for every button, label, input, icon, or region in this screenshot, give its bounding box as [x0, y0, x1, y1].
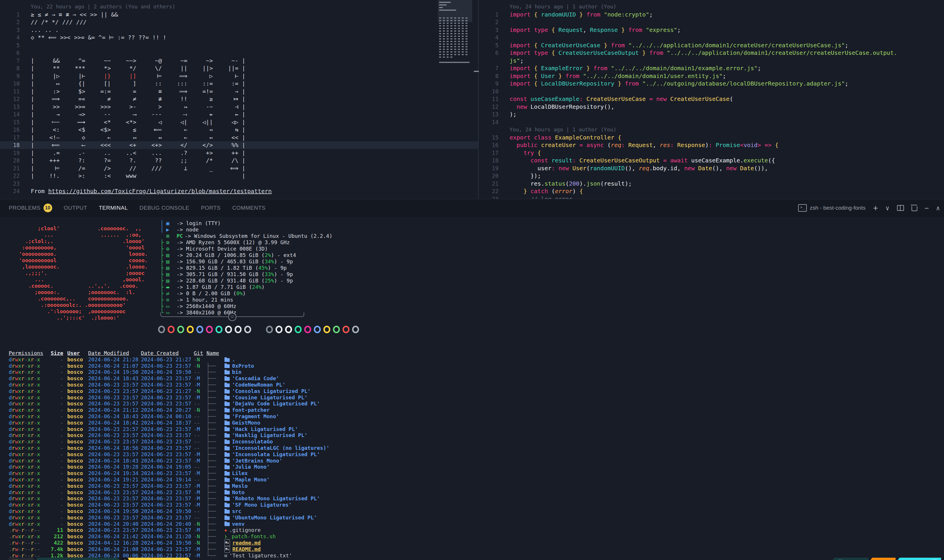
gpu-icon: ⚙ — [165, 246, 177, 252]
git-blame-annotation: You, 22 hours ago | 2 authors (You and o… — [31, 3, 175, 11]
code-line: 4◇ ** ⟸ >>< >>= &= ^= ⊨ := ?? ??= !! ! — [0, 34, 478, 42]
code-line: 21|⊨/=/>/////⊥_⟺ | — [0, 165, 478, 172]
ls-row: .rw-r--r--7.4kbosco2024-06-24 21:082024-… — [0, 546, 329, 552]
minimap-left[interactable] — [438, 0, 472, 199]
editor-pane-left[interactable]: You, 22 hours ago | 2 authors (You and o… — [0, 0, 478, 199]
terminal-color-palette — [158, 326, 359, 333]
testpattern-link[interactable]: https://github.com/ToxicFrog/Ligaturizer… — [48, 188, 272, 195]
code-line: 4 — [479, 34, 944, 42]
panel-tab-output[interactable]: OUTPUT — [64, 199, 87, 217]
code-line: 11const useCaseExample: CreateUserUseCas… — [479, 95, 944, 103]
code-line: 16|<:<$<$>≤⟸⇐⇔⇆ | — [0, 126, 478, 134]
ls-row: drwxr-xr-x-bosco2024-06-24 18:422024-06-… — [0, 420, 329, 426]
shell-prompt: ∞ ↻ /../best-coding-fonts main ≡ ?6 ~69 — [9, 558, 192, 560]
code-line: 1≥ ≤ ≠ → ≡ ≢ ⇒ << >> || && — [0, 11, 478, 18]
display-icon: ▭ — [165, 303, 177, 309]
code-line: 1import { randomUUID } from "node:crypto… — [479, 11, 944, 18]
folder-icon — [224, 503, 230, 507]
ls-row: drwxr-xr-x-bosco2024-06-24 18:432024-06-… — [0, 458, 329, 464]
code-line: 5import { CreateUserUseCase } from "../.… — [479, 42, 944, 49]
disk-icon: ▤ — [165, 265, 177, 271]
code-line: 13); — [479, 111, 944, 118]
code-line: 13|>>>>=>>>>-≻↣-~⊣ | — [0, 103, 478, 111]
new-terminal-button[interactable]: + — [873, 203, 878, 213]
ls-header: PermissionsSizeUserDate ModifiedDate Cre… — [0, 350, 329, 357]
ls-row: drwxr-xr-x-bosco2024-06-23 23:572024-06-… — [0, 489, 329, 495]
code-line: 15export class ExampleController { — [479, 134, 944, 142]
code-line: 18|⟸⟵<<<<+<+></</>%% | — [0, 141, 478, 149]
folder-icon — [224, 415, 230, 419]
fetch-info-line: ├▬-> 1.87 GiB / 7.71 GiB (24%) — [160, 284, 332, 290]
folder-icon — [224, 522, 230, 526]
node-icon: ▶ — [165, 226, 177, 233]
palette-color-dot — [225, 326, 232, 333]
code-line: 7import { ExampleError } from "../../../… — [479, 65, 944, 72]
prompt-git-segment: main ≡ ?6 ~69 — [128, 558, 192, 560]
kill-terminal-button[interactable] — [912, 205, 917, 211]
folder-icon — [224, 371, 230, 374]
code-line: 6 — [0, 49, 478, 57]
panel-tab-comments[interactable]: COMMENTS — [232, 199, 266, 217]
vscode-window: You, 22 hours ago | 2 authors (You and o… — [0, 0, 944, 560]
ls-row: .rw-r--r--422bosco2024-04-12 16:282024-0… — [0, 540, 329, 546]
ls-row: drwxr-xr-x-bosco2024-06-24 21:282024-06-… — [0, 357, 329, 363]
palette-color-dot — [266, 326, 273, 333]
panel-actions: >_ zsh - best-coding-fonts + ∨ ⋯ ∧ — [798, 199, 940, 217]
panel-tab-ports[interactable]: PORTS — [201, 199, 221, 217]
panel-tab-problems[interactable]: PROBLEMS10 — [9, 199, 52, 217]
code-line: 12|⟹=«≠≠≢!!≥⤇ | — [0, 95, 478, 103]
terminal-icon: ▣ — [165, 220, 177, 226]
palette-color-dot — [285, 326, 292, 333]
ls-row: drwxr-xr-x-bosco2024-06-23 23:572024-06-… — [0, 438, 329, 445]
panel-tab-terminal[interactable]: TERMINAL — [99, 199, 128, 217]
code-line: 9||▷|⊢|}|]⊨⟹▷⊢ | — [0, 72, 478, 80]
shell-script-icon: ❯_ — [224, 534, 229, 539]
code-line: 15|⬳⟿<*<*>◁◁|◁||◁▷ | — [0, 118, 478, 126]
folder-icon — [224, 358, 230, 362]
terminal-viewport[interactable]: ;clool' .cooooooc. ,, ... ...... .:oo, .… — [0, 217, 944, 560]
panel-tabs: PROBLEMS10OUTPUTTERMINALDEBUG CONSOLEPOR… — [9, 199, 265, 217]
code-line: 20 }); — [479, 172, 944, 180]
folder-icon — [224, 364, 230, 368]
panel-tab-debug-console[interactable]: DEBUG CONSOLE — [140, 199, 189, 217]
fetch-info-line: ├▤-> 829.15 GiB / 1.82 TiB (45%) - 9p — [160, 265, 332, 271]
ls-row: drwxr-xr-x-bosco2024-06-24 18:432024-06-… — [0, 375, 329, 382]
minimap-slider[interactable] — [438, 0, 472, 22]
split-terminal-button[interactable] — [897, 205, 904, 211]
code-line: 14 — [479, 118, 944, 126]
editor-pane-right[interactable]: You, 24 hours ago | 1 author (You)1impor… — [479, 0, 944, 199]
folder-icon — [224, 409, 230, 412]
fetch-system-info: │▣-> login (TTY)│▶-> node⊞PC-> Windows S… — [160, 220, 332, 316]
code-line: 24From https://github.com/ToxicFrog/Liga… — [0, 187, 478, 195]
ls-row: drwxr-xr-x-bosco2024-06-23 23:572024-06-… — [0, 388, 329, 394]
git-file-icon: ◆ — [224, 528, 227, 533]
fetch-info-line: ├▤-> 228.68 GiB / 931.48 GiB (25%) - 9p — [160, 277, 332, 284]
ls-row: .rw-r--r--11bosco2024-06-23 23:572024-06… — [0, 527, 329, 533]
folder-icon — [224, 396, 230, 400]
code-line: 7|&&^=~~~~>~@~=~>~- | — [0, 57, 478, 65]
code-line: 22|!!.>::<www | — [0, 172, 478, 180]
code-line: 5 — [0, 42, 478, 49]
palette-color-dot — [168, 326, 175, 333]
more-actions-button[interactable]: ⋯ — [925, 205, 929, 212]
palette-color-dot — [215, 326, 223, 333]
fetch-info-line: │▶-> node — [160, 226, 332, 233]
code-line: 2 — [479, 18, 944, 26]
ls-row: drwxr-xr-x-bosco2024-06-23 23:572024-06-… — [0, 495, 329, 502]
palette-color-dot — [187, 326, 194, 333]
terminal-profile-dropdown[interactable]: ∨ — [886, 205, 889, 212]
terminal-icon: >_ — [798, 204, 807, 212]
power-icon: ⏻ — [228, 313, 236, 321]
palette-color-dot — [177, 326, 184, 333]
prompt-cwd-segment: /../best-coding-fonts — [37, 558, 122, 560]
palette-color-dot — [275, 326, 283, 333]
terminal-session-chip[interactable]: >_ zsh - best-coding-fonts — [798, 204, 866, 212]
prompt-os-segment: ∞ ↻ — [9, 558, 37, 560]
folder-icon — [224, 447, 230, 451]
code-line: 8import { User } from "../../../domain/d… — [479, 72, 944, 80]
ls-row: drwxr-xr-x-bosco2024-06-24 19:342024-06-… — [0, 470, 329, 477]
fetch-ascii-art: ;clool' .cooooooc. ,, ... ...... .:oo, .… — [19, 225, 148, 321]
code-line: 3import type { Request, Response } from … — [479, 26, 944, 34]
palette-color-dot — [323, 326, 331, 333]
maximize-panel-button[interactable]: ∧ — [936, 205, 940, 212]
